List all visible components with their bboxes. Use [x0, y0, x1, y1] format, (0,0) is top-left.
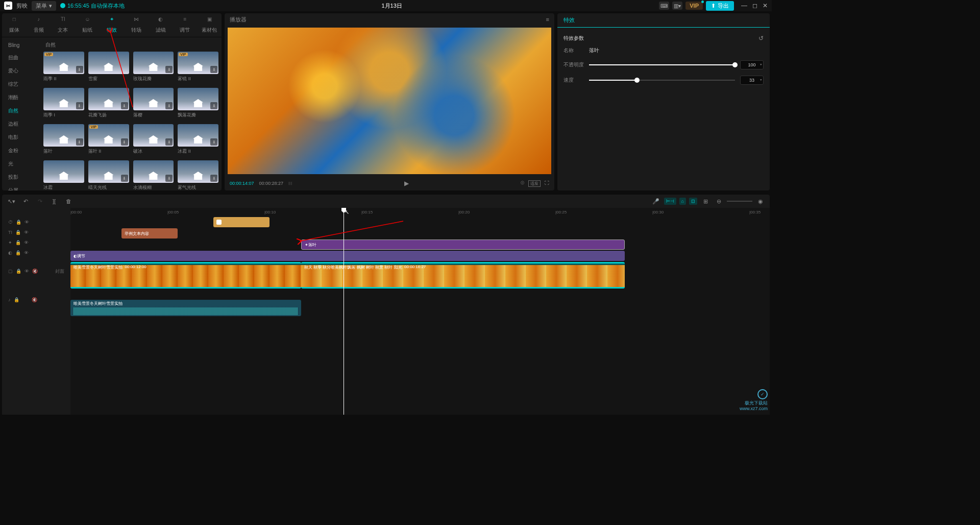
tab-调节[interactable]: ≡调节: [173, 15, 197, 35]
effect-thumb[interactable]: ⬇: [88, 160, 129, 183]
category-电影[interactable]: 电影: [2, 131, 40, 144]
download-icon[interactable]: ⬇: [76, 66, 83, 73]
speed-input[interactable]: 33: [740, 76, 764, 85]
effect-clip[interactable]: ✦ 落叶: [301, 240, 625, 250]
download-icon[interactable]: ⬇: [210, 175, 217, 182]
text-track[interactable]: 举例文本内容: [70, 228, 770, 238]
tab-特效[interactable]: ✦特效: [100, 15, 124, 35]
effect-thumb[interactable]: ⬇: [43, 124, 84, 147]
audio-clip[interactable]: 唯美雪景冬天树叶雪景实拍: [70, 300, 301, 316]
tab-文本[interactable]: TI文本: [51, 15, 76, 35]
effect-track[interactable]: ✦ 落叶: [70, 240, 770, 250]
maximize-icon[interactable]: ◻: [752, 2, 757, 9]
tab-滤镜[interactable]: ◐滤镜: [149, 15, 173, 35]
effect-item[interactable]: 冰霜: [43, 160, 84, 190]
download-icon[interactable]: ⬇: [210, 102, 217, 109]
eye-icon[interactable]: 👁: [24, 250, 29, 255]
download-icon[interactable]: ⬇: [76, 102, 83, 109]
effect-item[interactable]: ⬇冰霜 II: [178, 124, 218, 156]
minimize-icon[interactable]: —: [741, 2, 747, 9]
video-clip-2[interactable]: 秋天 秋季 秋分唯美枫叶飘落 枫树 树叶 秋意 秋叶 阳光 00:00:16:2…: [301, 262, 625, 289]
effect-item[interactable]: ⬇花瓣飞扬: [88, 88, 129, 120]
mic-icon[interactable]: 🎤: [651, 196, 661, 206]
video-clip-1[interactable]: 唯美雪景冬天树叶雪景实拍 00:00:12:00: [70, 262, 301, 289]
download-icon[interactable]: ⬇: [210, 138, 217, 146]
download-icon[interactable]: ⬇: [121, 138, 128, 146]
track-area[interactable]: |00:00|00:05|00:10|00:15|00:20|00:25|00:…: [70, 208, 770, 415]
link-toggle[interactable]: ⊡: [689, 198, 697, 205]
lock-icon[interactable]: 🔒: [15, 240, 21, 245]
download-icon[interactable]: ⬇: [76, 138, 83, 146]
video-preview[interactable]: [228, 28, 551, 174]
tab-音频[interactable]: ♪音频: [27, 15, 51, 35]
effect-thumb[interactable]: ⬇: [43, 88, 84, 110]
effect-item[interactable]: ⬇雾气光线: [178, 160, 218, 190]
tab-转场[interactable]: ⋈转场: [124, 15, 149, 35]
preview-tool-icon[interactable]: ⊞: [700, 196, 710, 206]
tab-贴纸[interactable]: ☺贴纸: [75, 15, 100, 35]
download-icon[interactable]: ⬇: [121, 175, 128, 182]
compare-icon[interactable]: ⦾: [521, 180, 524, 187]
close-icon[interactable]: ✕: [763, 2, 768, 9]
effect-thumb[interactable]: ⬇: [88, 88, 129, 110]
cover-button[interactable]: 封面: [55, 268, 64, 275]
category-爱心[interactable]: 爱心: [2, 64, 40, 78]
video-track[interactable]: 唯美雪景冬天树叶雪景实拍 00:00:12:00 秋天 秋季 秋分唯美枫叶飘落 …: [70, 262, 770, 289]
category-投影[interactable]: 投影: [2, 171, 40, 184]
eye-icon[interactable]: 👁: [24, 240, 29, 245]
delete-icon[interactable]: 🗑: [63, 196, 74, 206]
sticker-track[interactable]: [70, 217, 770, 227]
lock-icon[interactable]: 🔒: [14, 297, 19, 302]
category-边框[interactable]: 边框: [2, 117, 40, 131]
effect-thumb[interactable]: ⬇: [133, 160, 174, 183]
effect-item[interactable]: ⬇晴天光线: [88, 160, 129, 190]
effect-item[interactable]: ⬇雨季 I: [43, 88, 84, 120]
tab-媒体[interactable]: □媒体: [2, 15, 27, 35]
inspector-tab-effects[interactable]: 特效: [557, 13, 770, 28]
download-icon[interactable]: ⬇: [121, 102, 128, 109]
scale-slider-icon[interactable]: ⦀⦀: [288, 181, 292, 186]
category-综艺[interactable]: 综艺: [2, 78, 40, 91]
split-icon[interactable]: ]​[: [49, 196, 59, 206]
effect-thumb[interactable]: [43, 160, 84, 183]
select-tool-icon[interactable]: ↖▾: [6, 196, 16, 206]
category-扭曲[interactable]: 扭曲: [2, 51, 40, 64]
undo-icon[interactable]: ↶: [20, 196, 31, 206]
lock-icon[interactable]: 🔒: [15, 230, 21, 235]
time-ruler[interactable]: |00:00|00:05|00:10|00:15|00:20|00:25|00:…: [70, 208, 770, 217]
tab-素材包[interactable]: ▣素材包: [197, 15, 222, 35]
effect-thumb[interactable]: ⬇: [133, 124, 174, 147]
reset-icon[interactable]: ↺: [758, 35, 764, 42]
effect-item[interactable]: ⬇玫瑰花瓣: [133, 52, 174, 84]
lock-icon[interactable]: 🔒: [16, 220, 21, 225]
effect-thumb[interactable]: VIP⬇: [88, 124, 129, 147]
ratio-icon[interactable]: 适应: [528, 180, 541, 187]
redo-icon[interactable]: ↷: [35, 196, 45, 206]
download-icon[interactable]: ⬇: [165, 138, 173, 146]
effect-thumb[interactable]: ⬇: [133, 88, 174, 110]
download-icon[interactable]: ⬇: [210, 66, 217, 73]
effect-thumb[interactable]: ⬇: [178, 160, 218, 183]
menu-button[interactable]: 菜单 ▾: [32, 1, 56, 11]
lock-icon[interactable]: 🔒: [16, 269, 21, 274]
snap-toggle[interactable]: ⊢⊣: [664, 198, 676, 205]
download-icon[interactable]: ⬇: [165, 175, 173, 182]
zoom-out-icon[interactable]: ⊖: [714, 196, 724, 206]
category-Bling[interactable]: Bling: [2, 39, 40, 51]
eye-icon[interactable]: 👁: [24, 220, 29, 225]
sticker-clip[interactable]: [213, 217, 270, 227]
adjust-clip[interactable]: ◐ 调节: [70, 251, 625, 261]
effect-item[interactable]: VIP⬇雨季 II: [43, 52, 84, 84]
effect-thumb[interactable]: ⬇: [178, 124, 218, 147]
opacity-input[interactable]: 100: [740, 60, 764, 69]
player-menu-icon[interactable]: ≡: [546, 16, 549, 22]
effect-item[interactable]: ⬇破冰: [133, 124, 174, 156]
category-潮酷[interactable]: 潮酷: [2, 91, 40, 104]
play-button[interactable]: ▶: [298, 180, 516, 187]
category-光[interactable]: 光: [2, 157, 40, 171]
text-clip[interactable]: 举例文本内容: [121, 228, 178, 238]
effect-thumb[interactable]: VIP⬇: [43, 52, 84, 74]
effect-item[interactable]: ⬇落叶: [43, 124, 84, 156]
effect-thumb[interactable]: [88, 52, 129, 74]
vip-button[interactable]: VIP: [685, 2, 703, 10]
